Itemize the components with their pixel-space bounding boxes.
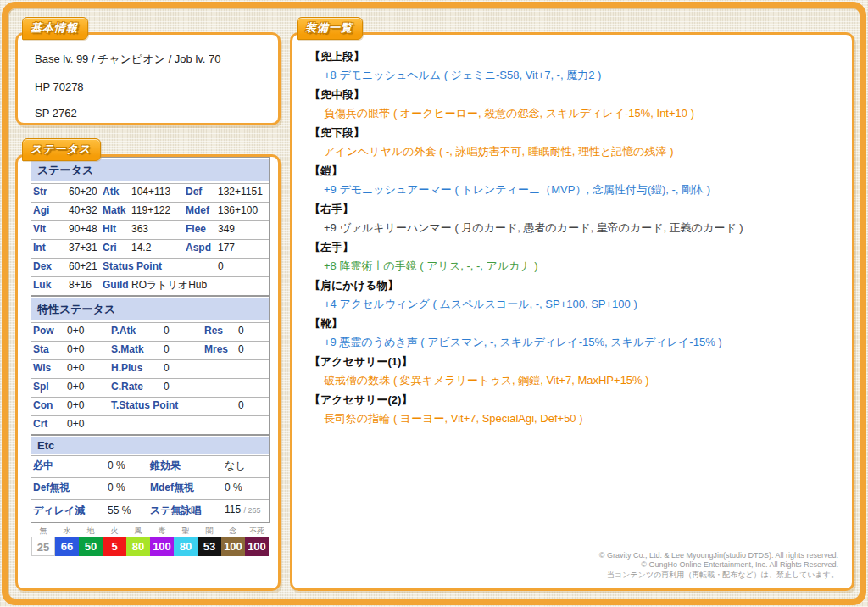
stat-label: Flee: [184, 220, 216, 237]
stat-value: 0 %: [223, 477, 269, 498]
table-row: Int 37+31 Cri 14.2 Aspd 177: [31, 239, 269, 256]
element-resist-cell: 聖 80: [174, 526, 198, 556]
element-value: 100: [150, 537, 174, 556]
stat-label: Mdef: [184, 202, 216, 219]
copyright-line: 当コンテンツの再利用（再転載・配布など）は、禁止しています。: [599, 571, 838, 581]
table-row: Dex 60+21 Status Point 0: [31, 258, 269, 275]
stat-value: 0+0: [65, 322, 109, 339]
stat-value: 90+48: [67, 220, 101, 237]
equipment-section: 【アクセサリー(2)】 長司祭の指輪 ( ヨーヨー, Vit+7, Specia…: [309, 394, 835, 425]
element-name: 地: [79, 526, 103, 537]
stat-label: Crt: [31, 415, 65, 432]
equipment-section: 【兜下段】 アインヘリヤルの外套 ( -, 詠唱妨害不可, 睡眠耐性, 理性と記…: [309, 127, 835, 158]
element-resist-cell: 念 100: [221, 526, 245, 556]
equipment-panel: 【兜上段】 +8 デモニッシュヘルム ( ジェミニ-S58, Vit+7, -,…: [290, 32, 854, 591]
element-value: 25: [31, 537, 55, 556]
element-value: 50: [79, 537, 103, 556]
element-resist-cell: 毒 100: [150, 526, 174, 556]
status-table: ステータス Str 60+20 Atk 104+113 Def 132+1151…: [31, 157, 270, 296]
stat-label: Wis: [31, 359, 65, 376]
element-name: 風: [126, 526, 150, 537]
stat-label: ディレイ減: [31, 499, 106, 521]
stat-label: Pow: [31, 322, 65, 339]
stat-value: なし: [223, 455, 269, 476]
equipment-list: 【兜上段】 +8 デモニッシュヘルム ( ジェミニ-S58, Vit+7, -,…: [292, 35, 852, 425]
hp-line: HP 70278: [35, 81, 278, 93]
element-value: 5: [103, 537, 126, 556]
slot-heading: 【兜上段】: [309, 51, 835, 63]
table-row: Pow 0+0 P.Atk 0 Res 0: [31, 322, 269, 339]
table-row: Def無視 0 % Mdef無視 0 %: [31, 477, 269, 498]
etc-table-title: Etc: [31, 437, 269, 454]
element-name: 不死: [245, 526, 269, 537]
table-row: Agi 40+32 Matk 119+122 Mdef 136+100: [31, 202, 269, 219]
stat-value: 8+16: [67, 276, 101, 293]
stat-value: 115 / 265: [223, 499, 269, 521]
slot-heading: 【アクセサリー(2)】: [309, 394, 835, 406]
stat-label: S.Matk: [109, 341, 162, 358]
item-entry: +8 降霊術士の手鏡 ( アリス, -, -, アルカナ ): [324, 260, 835, 272]
stat-label: Cri: [101, 239, 130, 256]
trait-status-table: 特性ステータス Pow 0+0 P.Atk 0 Res 0 Sta 0+0 S.…: [31, 296, 270, 435]
stat-label: [203, 378, 236, 395]
item-entry: 長司祭の指輪 ( ヨーヨー, Vit+7, SpecialAgi, Def+50…: [324, 413, 835, 425]
item-entry: +8 デモニッシュヘルム ( ジェミニ-S58, Vit+7, -, 魔力2 ): [324, 70, 835, 81]
element-resist-cell: 火 5: [103, 526, 126, 556]
stat-label: Status Point: [101, 258, 216, 275]
stat-value: 0: [162, 378, 203, 395]
stat-label: Mdef無視: [148, 477, 223, 498]
stat-value: 0: [236, 341, 269, 358]
stat-label: ステ無詠唱: [148, 499, 223, 521]
element-name: 水: [55, 526, 79, 537]
status-tab: ステータス: [22, 138, 101, 161]
element-name: 聖: [174, 526, 198, 537]
stat-label: Mres: [203, 341, 236, 358]
slot-heading: 【左手】: [309, 242, 835, 253]
stat-value: 0: [236, 322, 269, 339]
table-row: Spl 0+0 C.Rate 0: [31, 378, 269, 395]
element-value: 53: [198, 537, 221, 556]
stat-value: [109, 415, 269, 432]
stat-label: Int: [31, 239, 67, 256]
level-line: Base lv. 99 / チャンピオン / Job lv. 70: [35, 52, 278, 67]
slot-heading: 【兜下段】: [309, 127, 835, 139]
equipment-section: 【アクセサリー(1)】 破戒僧の数珠 ( 変異キメラリートゥス, 鋼鎧, Vit…: [309, 356, 835, 387]
cast-count: 115: [225, 504, 241, 515]
stat-value: ROラトリオHub: [130, 276, 269, 293]
stat-value: 349: [216, 220, 269, 237]
stat-value: 177: [216, 239, 269, 256]
stat-value: 37+31: [67, 239, 101, 256]
equipment-section: 【兜中段】 負傷兵の眼帯 ( オークヒーロー, 殺意の怨念, スキルディレイ-1…: [309, 89, 835, 120]
element-value: 100: [245, 537, 269, 556]
stat-value: 0+0: [65, 415, 109, 432]
stat-value: 0+0: [65, 378, 109, 395]
element-resist-cell: 闇 53: [198, 526, 221, 556]
stat-label: Luk: [31, 276, 67, 293]
slot-heading: 【鎧】: [309, 165, 835, 177]
stat-value: 60+21: [67, 258, 101, 275]
element-name: 無: [31, 526, 55, 537]
element-resist-cell: 不死 100: [245, 526, 269, 556]
stat-value: 40+32: [67, 202, 101, 219]
slot-heading: 【アクセサリー(1)】: [309, 356, 835, 368]
equipment-section: 【兜上段】 +8 デモニッシュヘルム ( ジェミニ-S58, Vit+7, -,…: [309, 51, 835, 81]
table-row: Sta 0+0 S.Matk 0 Mres 0: [31, 341, 269, 358]
status-table-title: ステータス: [31, 159, 269, 181]
slot-heading: 【兜中段】: [309, 89, 835, 101]
stat-label: Sta: [31, 341, 65, 358]
table-row: Str 60+20 Atk 104+113 Def 132+1151: [31, 183, 269, 200]
element-value: 66: [55, 537, 79, 556]
equipment-section: 【靴】 +9 悪霊のうめき声 ( アビスマン, -, スキルディレイ-15%, …: [309, 318, 835, 348]
stat-value: 14.2: [130, 239, 184, 256]
stat-value: 363: [130, 220, 184, 237]
stat-value: 0 %: [106, 477, 148, 498]
copyright-line: © GungHo Online Entertainment, Inc. All …: [599, 560, 838, 571]
equipment-tab: 装備一覧: [297, 17, 363, 40]
element-name: 闇: [198, 526, 221, 537]
cast-count-max: / 265: [243, 506, 260, 515]
stat-label: Res: [203, 322, 236, 339]
stat-label: Atk: [101, 183, 130, 200]
item-entry: +4 アクセルウィング ( ムスペルスコール, -, SP+100, SP+10…: [324, 298, 835, 310]
stat-value: 132+1151: [216, 183, 269, 200]
equipment-section: 【肩にかける物】 +4 アクセルウィング ( ムスペルスコール, -, SP+1…: [309, 280, 835, 310]
